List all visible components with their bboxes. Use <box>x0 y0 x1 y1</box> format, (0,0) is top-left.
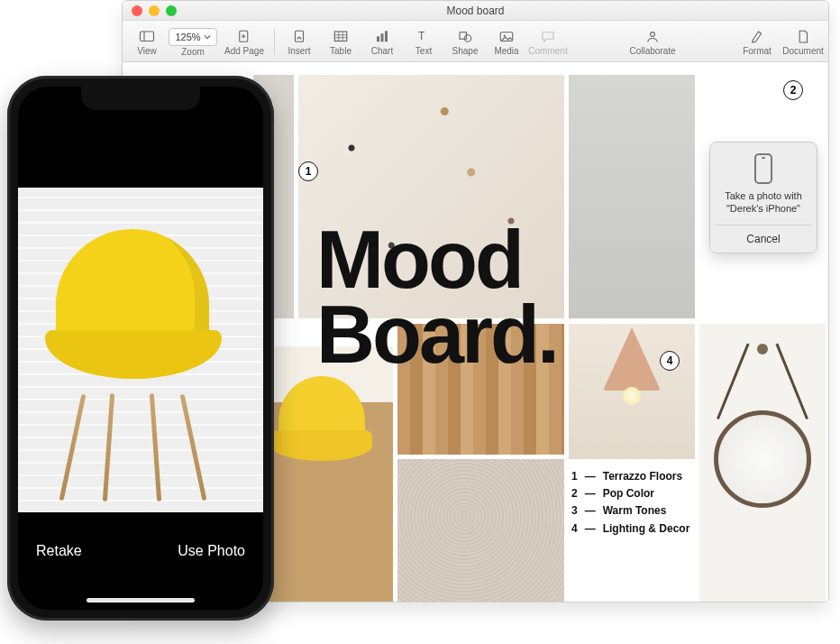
headline-line2: Board. <box>316 298 557 373</box>
image-concrete[interactable] <box>569 75 695 318</box>
media-button[interactable]: Media <box>486 22 527 61</box>
zoom-button[interactable]: 125% Zoom <box>168 22 218 61</box>
table-button[interactable]: Table <box>320 22 361 61</box>
zoom-select[interactable]: 125% <box>169 28 216 46</box>
headline-text[interactable]: Mood Board. <box>316 223 557 373</box>
home-indicator[interactable] <box>87 598 195 603</box>
insert-icon <box>290 29 308 45</box>
comment-button[interactable]: Comment <box>527 22 569 61</box>
list-item: 1—Terrazzo Floors <box>571 468 689 485</box>
shape-button[interactable]: Shape <box>444 22 486 61</box>
svg-rect-11 <box>377 36 379 41</box>
headline-line1: Mood <box>316 223 557 298</box>
chart-icon <box>373 29 391 45</box>
view-label: View <box>137 46 157 56</box>
collaborate-label: Collaborate <box>629 46 675 56</box>
list-item: 4—Lighting & Decor <box>571 520 689 538</box>
iphone-icon <box>754 153 772 184</box>
table-icon <box>332 29 350 45</box>
svg-point-19 <box>651 32 655 36</box>
toolbar-divider <box>274 29 275 54</box>
shape-label: Shape <box>452 46 479 56</box>
document-icon <box>794 29 812 45</box>
cancel-button[interactable]: Cancel <box>716 225 811 253</box>
zoom-value: 125% <box>175 32 200 42</box>
svg-rect-12 <box>381 33 384 41</box>
document-label: Document <box>782 46 824 56</box>
zoom-label: Zoom <box>181 47 205 57</box>
text-icon: T <box>415 29 433 45</box>
svg-rect-13 <box>385 31 388 41</box>
iphone-device: Retake Use Photo <box>7 76 274 621</box>
add-page-button[interactable]: Add Page <box>218 22 270 61</box>
retake-button[interactable]: Retake <box>36 543 82 559</box>
media-label: Media <box>494 46 518 56</box>
svg-rect-6 <box>334 32 347 41</box>
format-button[interactable]: Format <box>736 22 778 61</box>
chart-label: Chart <box>371 46 393 56</box>
svg-text:T: T <box>418 30 425 42</box>
legend-list[interactable]: 1—Terrazzo Floors 2—Pop Color 3—Warm Ton… <box>571 468 689 538</box>
list-item: 3—Warm Tones <box>571 502 689 520</box>
camera-footer: Retake Use Photo <box>18 512 263 610</box>
document-button[interactable]: Document <box>778 22 828 61</box>
camera-preview[interactable] <box>18 188 263 512</box>
iphone-screen: Retake Use Photo <box>18 87 263 610</box>
view-icon <box>138 29 156 45</box>
add-page-label: Add Page <box>224 46 264 56</box>
insert-button[interactable]: Insert <box>278 22 320 61</box>
media-icon <box>498 29 516 45</box>
format-icon <box>748 29 766 45</box>
svg-point-16 <box>464 34 471 41</box>
comment-icon <box>539 29 557 45</box>
text-label: Text <box>415 46 432 56</box>
use-photo-button[interactable]: Use Photo <box>178 543 245 559</box>
badge-1[interactable]: 1 <box>298 161 318 181</box>
text-button[interactable]: T Text <box>403 22 444 61</box>
chevron-down-icon <box>204 33 211 41</box>
popover-message: Take a photo with "Derek's iPhone" <box>716 189 811 216</box>
table-label: Table <box>330 46 352 56</box>
image-fur-texture[interactable] <box>397 459 564 603</box>
badge-4[interactable]: 4 <box>660 351 680 371</box>
image-hanging-mirror[interactable] <box>699 324 826 603</box>
list-item: 2—Pop Color <box>571 485 689 502</box>
iphone-notch <box>81 87 200 110</box>
svg-rect-0 <box>141 32 154 41</box>
image-pendant-lamp[interactable] <box>569 324 695 459</box>
collaborate-button[interactable]: Collaborate <box>623 22 682 61</box>
window-title: Mood board <box>123 5 828 17</box>
window-titlebar: Mood board <box>123 1 828 21</box>
chart-button[interactable]: Chart <box>361 22 403 61</box>
toolbar: View 125% Zoom Add Page Insert <box>123 21 828 62</box>
format-label: Format <box>743 46 772 56</box>
collaborate-icon <box>644 29 662 45</box>
insert-label: Insert <box>288 46 310 56</box>
comment-label: Comment <box>528 46 567 56</box>
shape-icon <box>456 29 474 45</box>
continuity-camera-popover: Take a photo with "Derek's iPhone" Cance… <box>709 142 817 253</box>
view-button[interactable]: View <box>126 22 168 61</box>
add-page-icon <box>235 29 253 45</box>
badge-2[interactable]: 2 <box>783 80 803 100</box>
